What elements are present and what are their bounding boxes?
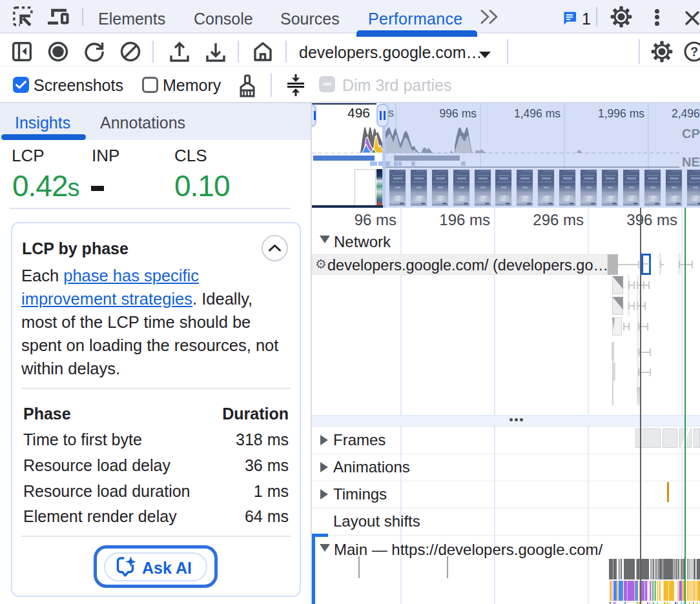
svg-text:?: ? [690, 45, 698, 59]
